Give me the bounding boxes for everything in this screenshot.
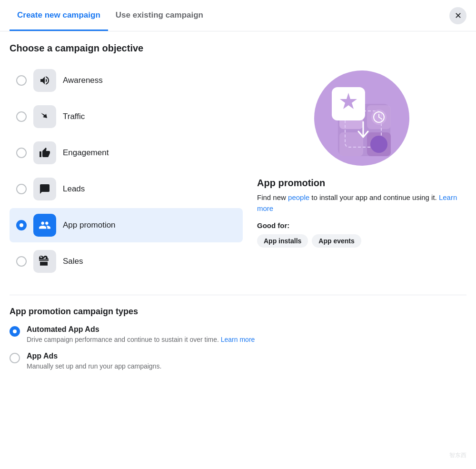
close-button[interactable]: ✕ [449,7,466,24]
automated-app-ads-text: Automated App Ads Drive campaign perform… [27,325,255,343]
campaign-type-automated[interactable]: Automated App Ads Drive campaign perform… [10,325,466,343]
good-for-label: Good for: [257,221,466,230]
modal-header: Create new campaign Use existing campaig… [0,0,476,31]
objective-item-engagement[interactable]: Engagement [10,136,243,170]
campaign-type-app-ads[interactable]: App Ads Manually set up and run your app… [10,352,466,370]
objective-item-traffic[interactable]: Traffic [10,100,243,134]
objective-item-awareness[interactable]: Awareness [10,63,243,98]
objective-label-engagement: Engagement [63,148,109,158]
tag-app-events: App events [312,234,361,248]
detail-description: Find new people to install your app and … [257,192,466,214]
radio-awareness[interactable] [16,75,27,86]
radio-sales[interactable] [16,256,27,267]
svg-point-14 [370,136,387,153]
section-title: Choose a campaign objective [10,43,466,54]
objective-icon-awareness [33,69,56,92]
objectives-column: Awareness Traffic [10,63,243,280]
automated-app-ads-label: Automated App Ads [27,325,255,334]
app-ads-text: App Ads Manually set up and run your app… [27,352,161,370]
objective-icon-sales [33,250,56,273]
objective-label-sales: Sales [63,257,83,266]
objective-icon-leads [33,178,56,200]
automated-app-ads-desc: Drive campaign performance and continue … [27,336,255,343]
objective-label-traffic: Traffic [63,112,85,121]
objective-item-sales[interactable]: Sales [10,244,243,279]
app-promotion-illustration [312,68,412,168]
people-link[interactable]: people [288,193,309,201]
objective-item-app-promotion[interactable]: App promotion [10,208,243,242]
tab-create-new-campaign[interactable]: Create new campaign [10,1,108,31]
app-ads-label: App Ads [27,352,161,360]
detail-desc-mid: to install your app and continue using i… [309,193,439,201]
content-layout: Awareness Traffic [10,63,466,280]
modal-body: Choose a campaign objective Awareness [0,31,476,469]
svg-rect-4 [339,132,363,156]
tags-container: App installs App events [257,234,466,248]
objective-icon-engagement [33,141,56,164]
modal-container: Create new campaign Use existing campaig… [0,0,476,469]
detail-column: App promotion Find new people to install… [257,63,466,280]
tab-use-existing-campaign[interactable]: Use existing campaign [108,1,211,31]
objective-label-awareness: Awareness [63,76,103,85]
detail-title: App promotion [257,178,466,189]
watermark: 智东西 [449,451,466,459]
objective-label-app-promotion: App promotion [63,220,116,230]
radio-traffic[interactable] [16,111,27,122]
detail-desc-start: Find new [257,193,288,201]
automated-learn-more-link[interactable]: Learn more [221,336,255,343]
automated-desc-start: Drive campaign performance and continue … [27,336,221,343]
objective-label-leads: Leads [63,184,85,194]
app-ads-desc: Manually set up and run your app campaig… [27,362,161,370]
radio-app-ads[interactable] [10,353,20,363]
campaign-types-title: App promotion campaign types [10,307,466,317]
objective-icon-traffic [33,105,56,128]
radio-app-promotion[interactable] [16,220,27,230]
objective-icon-app-promotion [33,214,56,237]
radio-automated-app-ads[interactable] [10,326,20,337]
radio-leads[interactable] [16,184,27,194]
radio-engagement[interactable] [16,148,27,158]
objective-item-leads[interactable]: Leads [10,172,243,206]
tag-app-installs: App installs [257,234,308,248]
campaign-types-section: App promotion campaign types Automated A… [10,295,466,370]
